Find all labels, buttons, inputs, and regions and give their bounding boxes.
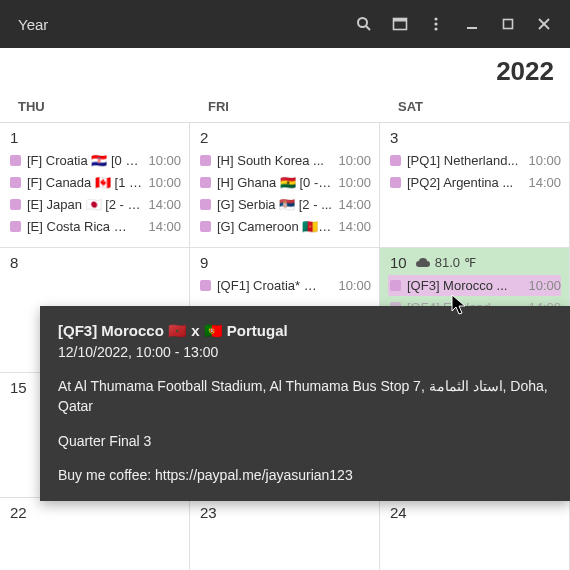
event-item[interactable]: [E] Costa Rica 🇨🇷 [...14:00 bbox=[10, 216, 181, 237]
event-time: 14:00 bbox=[338, 197, 371, 212]
day-number: 8 bbox=[10, 254, 181, 271]
event-time: 14:00 bbox=[148, 219, 181, 234]
event-item[interactable]: [PQ1] Netherland...10:00 bbox=[390, 150, 561, 171]
event-item[interactable]: [H] Ghana 🇬🇭 [0 - ...10:00 bbox=[200, 172, 371, 193]
cloud-icon bbox=[415, 257, 431, 269]
event-item[interactable]: [F] Croatia 🇭🇷 [0 - ...10:00 bbox=[10, 150, 181, 171]
event-item[interactable]: [QF1] Croatia* 🇭🇷 ...10:00 bbox=[200, 275, 371, 296]
maximize-icon bbox=[502, 18, 514, 30]
tooltip-round: Quarter Final 3 bbox=[58, 431, 552, 451]
tooltip-title: [QF3] Morocco 🇲🇦 x 🇵🇹 Portugal bbox=[58, 320, 552, 342]
svg-rect-8 bbox=[504, 20, 513, 29]
minimize-button[interactable] bbox=[454, 6, 490, 42]
event-item[interactable]: [G] Serbia 🇷🇸 [2 - ...14:00 bbox=[200, 194, 371, 215]
weather-temp: 81.0 ℉ bbox=[435, 255, 476, 270]
event-time: 10:00 bbox=[148, 153, 181, 168]
event-time: 10:00 bbox=[338, 175, 371, 190]
day-cell[interactable]: 3 [PQ1] Netherland...10:00 [PQ2] Argenti… bbox=[380, 123, 570, 248]
event-color-dot bbox=[10, 177, 21, 188]
today-icon bbox=[392, 16, 408, 32]
day-cell[interactable]: 23 bbox=[190, 498, 380, 570]
day-number: 2 bbox=[200, 129, 371, 146]
close-button[interactable] bbox=[526, 6, 562, 42]
close-icon bbox=[538, 18, 550, 30]
event-color-dot bbox=[200, 221, 211, 232]
minimize-icon bbox=[466, 18, 478, 30]
day-cell[interactable]: 2 [H] South Korea ...10:00 [H] Ghana 🇬🇭 … bbox=[190, 123, 380, 248]
event-item[interactable]: [H] South Korea ...10:00 bbox=[200, 150, 371, 171]
event-tooltip: [QF3] Morocco 🇲🇦 x 🇵🇹 Portugal 12/10/202… bbox=[40, 306, 570, 501]
tooltip-time: 12/10/2022, 10:00 - 13:00 bbox=[58, 342, 552, 362]
event-color-dot bbox=[10, 199, 21, 210]
kebab-menu-icon bbox=[428, 16, 444, 32]
view-switcher[interactable]: Year bbox=[8, 10, 58, 39]
day-number: 3 bbox=[390, 129, 561, 146]
event-title: [E] Japan 🇯🇵 [2 - 1... bbox=[27, 197, 142, 212]
event-time: 14:00 bbox=[148, 197, 181, 212]
maximize-button[interactable] bbox=[490, 6, 526, 42]
event-title: [PQ2] Argentina ... bbox=[407, 175, 522, 190]
event-color-dot bbox=[10, 155, 21, 166]
svg-point-5 bbox=[434, 22, 437, 25]
menu-button[interactable] bbox=[418, 6, 454, 42]
event-color-dot bbox=[10, 221, 21, 232]
search-icon bbox=[356, 16, 372, 32]
event-time: 10:00 bbox=[338, 278, 371, 293]
day-header-row: THU FRI SAT bbox=[0, 91, 570, 123]
day-number-text: 10 bbox=[390, 254, 407, 271]
event-title: [PQ1] Netherland... bbox=[407, 153, 522, 168]
event-color-dot bbox=[390, 177, 401, 188]
day-header: FRI bbox=[190, 91, 380, 122]
event-item[interactable]: [F] Canada 🇨🇦 [1 -...10:00 bbox=[10, 172, 181, 193]
year-label: 2022 bbox=[0, 48, 570, 91]
event-time: 14:00 bbox=[528, 175, 561, 190]
day-number: 1 bbox=[10, 129, 181, 146]
event-color-dot bbox=[200, 155, 211, 166]
svg-point-6 bbox=[434, 27, 437, 30]
day-header: THU bbox=[0, 91, 190, 122]
svg-line-1 bbox=[366, 26, 370, 30]
day-number: 24 bbox=[390, 504, 561, 521]
event-title: [F] Canada 🇨🇦 [1 -... bbox=[27, 175, 142, 190]
event-title: [G] Cameroon 🇨🇲 [... bbox=[217, 219, 332, 234]
event-title: [E] Costa Rica 🇨🇷 [... bbox=[27, 219, 142, 234]
event-item-selected[interactable]: [QF3] Morocco ...10:00 bbox=[388, 275, 561, 296]
svg-point-0 bbox=[358, 18, 367, 27]
event-color-dot bbox=[200, 199, 211, 210]
search-button[interactable] bbox=[346, 6, 382, 42]
event-item[interactable]: [PQ2] Argentina ...14:00 bbox=[390, 172, 561, 193]
event-color-dot bbox=[390, 155, 401, 166]
day-cell[interactable]: 1 [F] Croatia 🇭🇷 [0 - ...10:00 [F] Canad… bbox=[0, 123, 190, 248]
event-title: [H] South Korea ... bbox=[217, 153, 332, 168]
day-cell[interactable]: 24 bbox=[380, 498, 570, 570]
event-title: [QF1] Croatia* 🇭🇷 ... bbox=[217, 278, 332, 293]
event-color-dot bbox=[390, 280, 401, 291]
event-color-dot bbox=[200, 280, 211, 291]
event-title: [F] Croatia 🇭🇷 [0 - ... bbox=[27, 153, 142, 168]
day-cell[interactable]: 22 bbox=[0, 498, 190, 570]
svg-rect-7 bbox=[467, 27, 477, 29]
event-item[interactable]: [G] Cameroon 🇨🇲 [...14:00 bbox=[200, 216, 371, 237]
day-number: 22 bbox=[10, 504, 181, 521]
event-time: 14:00 bbox=[338, 219, 371, 234]
tooltip-footer: Buy me coffee: https://paypal.me/jayasur… bbox=[58, 465, 552, 485]
event-title: [H] Ghana 🇬🇭 [0 - ... bbox=[217, 175, 332, 190]
day-number: 10 81.0 ℉ bbox=[390, 254, 561, 271]
event-time: 10:00 bbox=[338, 153, 371, 168]
event-title: [QF3] Morocco ... bbox=[407, 278, 522, 293]
event-title: [G] Serbia 🇷🇸 [2 - ... bbox=[217, 197, 332, 212]
day-number: 23 bbox=[200, 504, 371, 521]
day-number: 9 bbox=[200, 254, 371, 271]
tooltip-location: At Al Thumama Football Stadium, Al Thuma… bbox=[58, 376, 552, 417]
event-time: 10:00 bbox=[148, 175, 181, 190]
titlebar: Year bbox=[0, 0, 570, 48]
event-time: 10:00 bbox=[528, 153, 561, 168]
svg-point-4 bbox=[434, 17, 437, 20]
view-label: Year bbox=[18, 16, 48, 33]
day-header: SAT bbox=[380, 91, 570, 122]
event-color-dot bbox=[200, 177, 211, 188]
svg-rect-3 bbox=[394, 19, 407, 22]
event-item[interactable]: [E] Japan 🇯🇵 [2 - 1...14:00 bbox=[10, 194, 181, 215]
today-button[interactable] bbox=[382, 6, 418, 42]
event-time: 10:00 bbox=[528, 278, 561, 293]
